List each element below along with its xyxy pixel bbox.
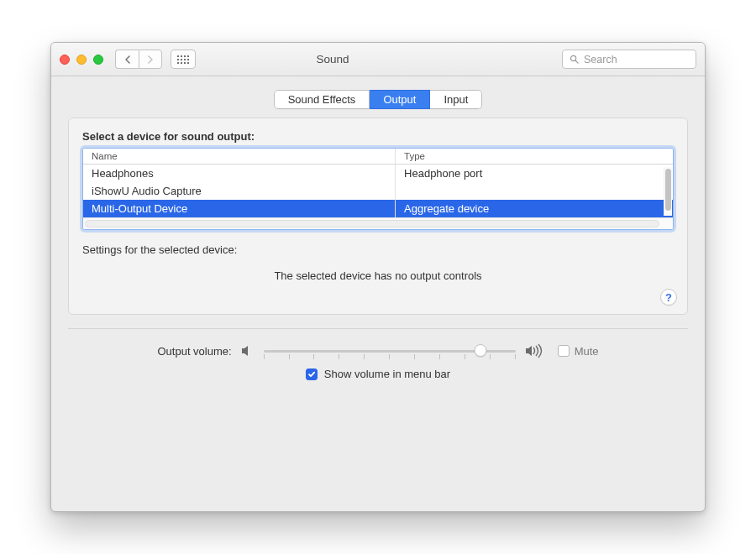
vertical-scrollbar[interactable] bbox=[664, 167, 672, 216]
tab-bar: Sound Effects Output Input bbox=[68, 90, 688, 109]
search-icon bbox=[570, 55, 579, 64]
table-row[interactable]: Headphones Headphone port bbox=[83, 165, 673, 182]
zoom-button[interactable] bbox=[93, 55, 103, 65]
svg-line-1 bbox=[575, 60, 578, 63]
minimize-button[interactable] bbox=[76, 55, 87, 65]
show-volume-checkbox[interactable] bbox=[306, 368, 318, 380]
search-placeholder: Search bbox=[584, 54, 617, 65]
sound-preferences-window: Sound Search Sound Effects Output Input … bbox=[50, 42, 706, 512]
segmented-control: Sound Effects Output Input bbox=[274, 90, 483, 109]
titlebar: Sound Search bbox=[51, 43, 705, 76]
scrollbar-thumb[interactable] bbox=[85, 220, 659, 227]
device-type: Aggregate device bbox=[396, 200, 673, 217]
horizontal-scrollbar[interactable] bbox=[83, 217, 673, 229]
slider-thumb[interactable] bbox=[474, 344, 486, 357]
device-name: iShowU Audio Capture bbox=[83, 182, 396, 200]
device-name: Headphones bbox=[83, 165, 396, 182]
output-panel: Select a device for sound output: Name T… bbox=[68, 118, 688, 315]
table-header: Name Type bbox=[83, 149, 673, 165]
speaker-mute-icon bbox=[240, 344, 255, 358]
question-icon: ? bbox=[665, 291, 672, 304]
speaker-loud-icon bbox=[524, 343, 544, 358]
table-row[interactable]: Multi-Output Device Aggregate device bbox=[83, 200, 673, 217]
output-volume-row: Output volume: Mute bbox=[68, 342, 688, 359]
mute-checkbox[interactable] bbox=[558, 345, 570, 357]
settings-for-device-label: Settings for the selected device: bbox=[82, 243, 674, 256]
search-field[interactable]: Search bbox=[562, 50, 696, 69]
mute-checkbox-group: Mute bbox=[558, 345, 599, 358]
mute-label: Mute bbox=[575, 345, 599, 358]
output-volume-slider[interactable] bbox=[264, 342, 516, 359]
show-volume-label: Show volume in menu bar bbox=[324, 368, 450, 380]
table-body: Headphones Headphone port iShowU Audio C… bbox=[83, 165, 673, 217]
tab-output[interactable]: Output bbox=[370, 90, 430, 109]
table-row[interactable]: iShowU Audio Capture bbox=[83, 182, 673, 200]
device-select-label: Select a device for sound output: bbox=[82, 130, 674, 143]
check-icon bbox=[307, 370, 316, 379]
device-type: Headphone port bbox=[396, 165, 673, 182]
output-volume-label: Output volume: bbox=[157, 345, 231, 358]
tab-sound-effects[interactable]: Sound Effects bbox=[274, 90, 370, 109]
divider bbox=[68, 328, 688, 329]
no-output-controls-text: The selected device has no output contro… bbox=[82, 269, 674, 282]
device-type bbox=[396, 182, 673, 200]
device-table: Name Type Headphones Headphone port iSho… bbox=[82, 148, 674, 230]
column-type-header[interactable]: Type bbox=[396, 149, 673, 164]
tab-input[interactable]: Input bbox=[430, 90, 482, 109]
help-button[interactable]: ? bbox=[660, 289, 677, 306]
close-button[interactable] bbox=[60, 55, 70, 65]
scrollbar-thumb[interactable] bbox=[665, 169, 671, 211]
window-body: Sound Effects Output Input Select a devi… bbox=[51, 76, 705, 511]
show-volume-menubar-row: Show volume in menu bar bbox=[68, 368, 688, 380]
device-name: Multi-Output Device bbox=[83, 200, 396, 217]
window-title: Sound bbox=[103, 53, 562, 65]
column-name-header[interactable]: Name bbox=[83, 149, 396, 164]
window-controls bbox=[60, 55, 103, 65]
